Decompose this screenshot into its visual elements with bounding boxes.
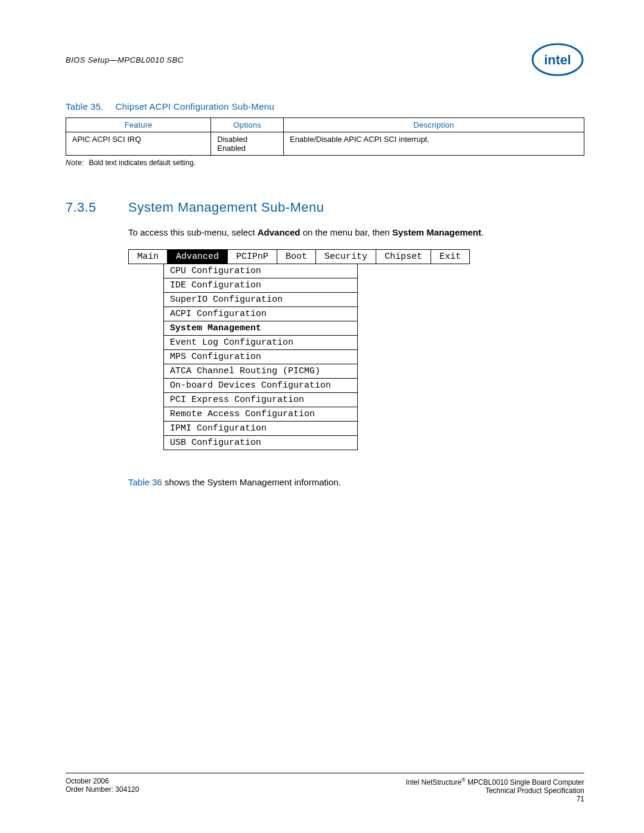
tab-chipset[interactable]: Chipset (376, 249, 431, 264)
cell-feature: APIC ACPI SCI IRQ (66, 132, 211, 156)
submenu-item[interactable]: Event Log Configuration (164, 335, 357, 349)
footer-order-number: Order Number: 304120 (66, 785, 139, 794)
tab-security[interactable]: Security (315, 249, 376, 264)
tab-pcipnp[interactable]: PCIPnP (227, 249, 277, 264)
footer-right: Intel NetStructure® MPCBL0010 Single Boa… (406, 777, 584, 803)
submenu-item[interactable]: USB Configuration (164, 435, 357, 450)
cell-options: Disabled Enabled (211, 132, 284, 156)
submenu-item[interactable]: ACPI Configuration (164, 306, 357, 321)
registered-icon: ® (462, 777, 466, 783)
running-header: BIOS Setup—MPCBL0010 SBC (66, 55, 184, 64)
footer-date: October 2006 (66, 777, 139, 785)
svg-text:intel: intel (544, 52, 571, 67)
reference-sentence: Table 36 shows the System Management inf… (128, 477, 584, 487)
table-row: APIC ACPI SCI IRQ Disabled Enabled Enabl… (66, 132, 584, 156)
table-35-label: Table 35. (66, 101, 104, 112)
menu-bar: MainAdvancedPCIPnPBootSecurityChipsetExi… (128, 249, 584, 264)
page-footer: October 2006 Order Number: 304120 Intel … (66, 773, 584, 803)
submenu-item[interactable]: IPMI Configuration (164, 421, 357, 435)
footer-doc-type: Technical Product Specification (406, 786, 584, 795)
table-35-title: Chipset ACPI Configuration Sub-Menu (116, 101, 274, 112)
intel-logo-icon: intel (531, 42, 584, 78)
submenu-item[interactable]: On-board Devices Configuration (164, 378, 357, 392)
submenu-item[interactable]: ATCA Channel Routing (PICMG) (164, 364, 357, 378)
footer-left: October 2006 Order Number: 304120 (66, 777, 139, 803)
table-35-note: Note:Bold text indicates default setting… (66, 159, 584, 167)
tab-main[interactable]: Main (128, 249, 167, 264)
page: BIOS Setup—MPCBL0010 SBC intel Table 35.… (0, 0, 644, 833)
note-text: Bold text indicates default setting. (89, 159, 196, 167)
footer-product: Intel NetStructure® MPCBL0010 Single Boa… (406, 777, 584, 786)
tab-boot[interactable]: Boot (277, 249, 315, 264)
advanced-submenu: CPU ConfigurationIDE ConfigurationSuperI… (163, 264, 358, 450)
footer-page-number: 71 (406, 795, 584, 803)
th-feature: Feature (66, 118, 211, 132)
submenu-item[interactable]: SuperIO Configuration (164, 292, 357, 306)
page-header-row: BIOS Setup—MPCBL0010 SBC intel (66, 42, 584, 78)
note-label: Note: (66, 159, 84, 167)
submenu-item[interactable]: CPU Configuration (164, 264, 357, 278)
section-title: System Management Sub-Menu (128, 200, 324, 215)
section-number: 7.3.5 (66, 200, 128, 215)
th-options: Options (211, 118, 284, 132)
submenu-item[interactable]: Remote Access Configuration (164, 407, 357, 421)
submenu-item[interactable]: IDE Configuration (164, 278, 357, 292)
cell-description: Enable/Disable APIC ACPI SCI interrupt. (283, 132, 584, 156)
tab-advanced[interactable]: Advanced (167, 249, 227, 264)
table-36-link[interactable]: Table 36 (128, 477, 162, 487)
section-intro: To access this sub-menu, select Advanced… (128, 226, 584, 239)
submenu-item[interactable]: System Management (164, 321, 357, 335)
th-description: Description (283, 118, 584, 132)
section-heading: 7.3.5 System Management Sub-Menu (66, 200, 584, 215)
table-35-caption: Table 35.Chipset ACPI Configuration Sub-… (66, 101, 584, 112)
submenu-item[interactable]: PCI Express Configuration (164, 392, 357, 407)
tab-exit[interactable]: Exit (431, 249, 470, 264)
bios-menu-diagram: MainAdvancedPCIPnPBootSecurityChipsetExi… (128, 249, 584, 450)
submenu-item[interactable]: MPS Configuration (164, 349, 357, 364)
table-35: Feature Options Description APIC ACPI SC… (66, 117, 584, 156)
